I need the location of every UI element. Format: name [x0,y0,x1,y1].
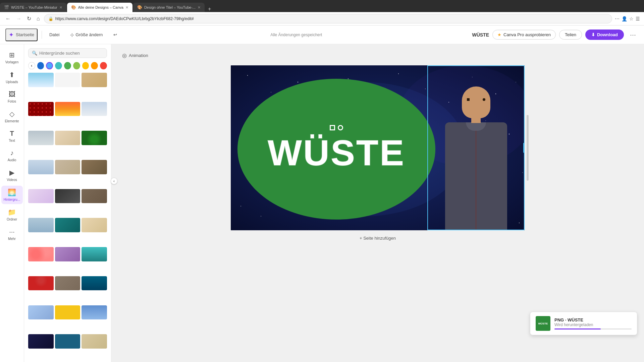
sidebar-item-videos[interactable]: ▶ Videos [1,166,23,184]
share-button[interactable]: Teilen [559,30,582,40]
resize-button[interactable]: ⊹ Größe ändern [67,30,106,40]
color-filter-green[interactable] [64,62,71,69]
bg-thumb-water2[interactable] [28,218,54,232]
home-button[interactable]: ⌂ [35,15,41,22]
tab-3[interactable]: 🎨 Design ohne Titel – YouTube-... ✕ [133,3,205,12]
bg-thumb-wood-gray[interactable] [55,276,80,291]
extensions-button[interactable]: ⋯ [615,16,620,21]
text-label: Text [9,139,15,142]
tab-2[interactable]: 🎨 Alle deine Designs – Canva ✕ [67,3,132,12]
sidebar-item-hintergrunde[interactable]: 🌅 Hintergru... [1,186,23,204]
address-bar[interactable]: 🔒 https://www.canva.com/design/DAEdoCPwK… [44,14,612,23]
home-nav-button[interactable]: ✦ Startseite [5,28,38,41]
bg-thumb-wood-light[interactable] [55,131,80,145]
selection-resize-handle[interactable] [523,143,525,153]
bg-thumb-wood3[interactable] [82,189,107,203]
bookmark-button[interactable]: ☆ [629,16,634,21]
sidebar-item-audio[interactable]: ♪ Audio [1,146,23,165]
color-filter-orange[interactable] [91,62,98,69]
more-options-button[interactable]: ⋯ [627,30,639,40]
tab-3-close[interactable]: ✕ [198,5,201,10]
bg-thumb-teal-water[interactable] [82,247,107,261]
sidebar-item-elemente[interactable]: ◇ Elemente [1,107,23,126]
svg-point-1 [247,75,248,76]
bg-thumb-sky-cloud[interactable] [82,305,107,320]
bg-thumb-purple-haze[interactable] [55,247,80,261]
bg-thumb-sky[interactable] [28,73,54,87]
toolbar-center: Alle Änderungen gespeichert [124,33,468,37]
tab-1[interactable]: 🎬 WÜSTE – YouTube-Miniatur ✕ [0,3,66,12]
bg-thumb-green-plant[interactable] [82,131,107,145]
animation-button[interactable]: ◎ Animation [119,51,151,60]
canva-pro-label: Canva Pro ausprobieren [503,32,551,37]
search-box[interactable]: 🔍 [28,48,107,58]
toolbar-left: ✦ Startseite Datei ⊹ Größe ändern ↩ [5,28,120,41]
add-page-button[interactable]: + Seite hinzufügen [360,236,396,241]
bg-thumb-mist-water[interactable] [28,160,54,174]
vorlagen-label: Vorlagen [5,60,18,64]
bg-thumb-sunset[interactable] [55,102,80,116]
sidebar-item-vorlagen[interactable]: ⊞ Vorlagen [1,48,23,67]
bg-thumb-christmas[interactable] [28,276,54,291]
green-oval[interactable]: WÜSTE [237,79,435,220]
sidebar-item-fotos[interactable]: 🖼 Fotos [1,88,23,106]
umlaut-circles [268,125,405,130]
bg-thumb-beige2[interactable] [82,334,107,349]
sidebar-item-mehr[interactable]: ··· Mehr [1,225,23,243]
profile-button[interactable]: 👤 [622,16,627,21]
bg-thumb-red-dots[interactable] [28,102,54,116]
bg-thumb-yellow[interactable] [55,305,80,320]
forward-button[interactable]: → [15,15,23,22]
circle-right [338,125,343,130]
color-filter-blue-dark[interactable] [37,62,44,69]
bg-thumb-teal2[interactable] [55,334,80,349]
new-tab-button[interactable]: + [205,6,214,12]
panel-search-area: 🔍 [24,44,111,62]
download-button[interactable]: ⬇ Download [585,29,624,40]
bg-thumb-blue-light[interactable] [28,305,54,320]
bg-thumb-beige-blur[interactable] [82,218,107,232]
tab-bar: 🎬 WÜSTE – YouTube-Miniatur ✕ 🎨 Alle dein… [0,0,644,12]
bg-thumb-wheat[interactable] [82,73,107,87]
color-filter-teal[interactable] [55,62,62,69]
color-filter-yellow[interactable] [82,62,89,69]
project-title: WÜSTE [472,32,489,38]
color-filter-blue-light[interactable] [46,62,53,69]
color-filter-red[interactable] [100,62,107,69]
tab-1-close[interactable]: ✕ [59,5,62,10]
menu-button[interactable]: ☰ [636,16,640,21]
nav-bar: ← → ↻ ⌂ 🔒 https://www.canva.com/design/D… [0,12,644,25]
bg-thumb-ocean[interactable] [82,276,107,291]
bg-thumb-bokeh[interactable] [28,247,54,261]
person-selection-area[interactable] [427,65,525,230]
color-filter-prev[interactable]: ‹ [28,62,35,69]
file-button[interactable]: Datei [46,30,63,39]
hintergrunde-label: Hintergru... [4,198,20,201]
tab-2-close[interactable]: ✕ [125,5,128,10]
bg-thumb-wood2[interactable] [55,160,80,174]
uploads-label: Uploads [6,80,18,84]
size-label: Größe ändern [75,32,103,37]
canva-pro-button[interactable]: ★ Canva Pro ausprobieren [492,30,556,40]
reload-button[interactable]: ↻ [25,15,33,22]
sidebar-item-ordner[interactable]: 📁 Ordner [1,205,23,224]
bg-thumb-teal[interactable] [55,218,80,232]
bg-thumb-lavender[interactable] [28,189,54,203]
sidebar-item-uploads[interactable]: ⬆ Uploads [1,68,23,86]
add-page-label: + Seite hinzufügen [360,236,396,241]
undo-button[interactable]: ↩ [110,30,120,39]
ordner-label: Ordner [7,218,17,221]
bg-thumb-wood-brown[interactable] [82,160,107,174]
bg-thumb-navy[interactable] [28,334,54,349]
canvas-scrollbar[interactable] [527,115,529,181]
nav-extras: ⋯ 👤 ☆ ☰ [615,16,640,21]
search-input[interactable] [39,51,103,56]
color-filter-lime[interactable] [73,62,80,69]
canvas-design[interactable]: WÜSTE [231,65,525,230]
bg-thumb-fog[interactable] [28,131,54,145]
bg-thumb-dark-gray[interactable] [55,189,80,203]
bg-thumb-white[interactable] [55,73,80,87]
sidebar-item-text[interactable]: T Text [1,127,23,145]
bg-thumb-clouds[interactable] [82,102,107,116]
back-button[interactable]: ← [4,15,12,22]
